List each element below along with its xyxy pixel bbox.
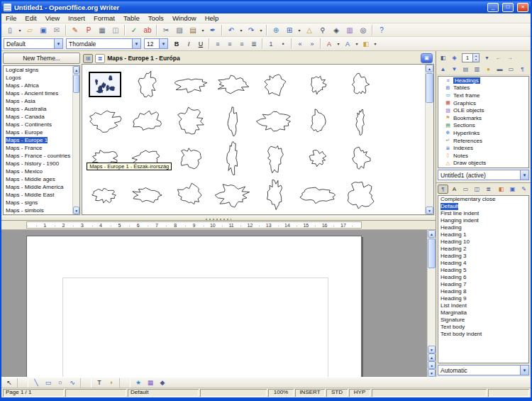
fontwork-button[interactable]: ★	[133, 378, 144, 388]
styles-filter-combo[interactable]: Automatic ▼	[438, 365, 529, 375]
gallery-item[interactable]	[84, 177, 126, 214]
gallery-scrollbar[interactable]: ▲ ▼	[425, 65, 433, 214]
theme-list-item[interactable]: Logical signs	[4, 66, 72, 74]
theme-list-item[interactable]: Maps - Continents	[4, 121, 72, 128]
update-style-button[interactable]: ✎	[519, 185, 529, 194]
select-button[interactable]: ↖	[4, 378, 15, 388]
new-style-button[interactable]: ▣	[507, 185, 518, 194]
scroll-down-icon[interactable]: ▼	[426, 207, 433, 214]
font-name-combo[interactable]: Thorndale ▼	[66, 38, 141, 49]
gallery-item[interactable]	[211, 140, 254, 177]
style-list-item[interactable]: Marginalia	[438, 309, 528, 317]
document-area[interactable]: ▲ ▼ ▲ ● ▼	[1, 230, 436, 377]
menu-item[interactable]: Table	[119, 13, 144, 23]
navigator-item-tables[interactable]: ⊞ Tables	[438, 84, 528, 92]
align-right-button[interactable]: ≡	[236, 38, 248, 50]
combo-arrow-icon[interactable]: ▼	[54, 39, 62, 48]
theme-list-item[interactable]: Logos	[4, 74, 72, 82]
next-page-icon[interactable]: ▼	[428, 369, 436, 377]
paragraph-style-combo[interactable]: Default ▼	[4, 38, 63, 49]
toggle-button[interactable]: ◧	[438, 53, 448, 62]
frame-styles-button[interactable]: ▭	[460, 185, 471, 194]
sepf4[interactable]	[320, 38, 321, 49]
combo-arrow-icon[interactable]: ▼	[132, 39, 140, 48]
gallery-item[interactable]	[211, 103, 254, 140]
status-insert-mode[interactable]: INSERT	[295, 389, 325, 397]
navigator-item-indexes[interactable]: ≣ Indexes	[438, 144, 528, 152]
print-button[interactable]: ▦	[96, 24, 109, 35]
previous-page-icon[interactable]: ▲	[428, 353, 436, 361]
demote-level-button[interactable]: →	[504, 53, 515, 62]
gallery-item[interactable]	[339, 66, 382, 103]
status-hyperlink-mode[interactable]: HYP	[349, 389, 370, 397]
hyperlink-button[interactable]: ⊕	[270, 24, 282, 35]
next-object-button[interactable]: ▼	[449, 65, 460, 74]
spin-down-icon[interactable]: ▾	[473, 57, 479, 62]
gallery-item[interactable]	[126, 103, 169, 140]
bold-button[interactable]: B	[171, 38, 182, 50]
undo-button[interactable]: ↶	[225, 24, 238, 35]
style-list-item[interactable]: Heading	[438, 224, 528, 231]
sep1[interactable]	[65, 25, 67, 35]
page-preview-button[interactable]: ◫	[109, 24, 122, 35]
style-list-item[interactable]: List Indent	[438, 302, 528, 309]
style-list-item[interactable]: Heading 8	[438, 288, 528, 295]
help-button[interactable]: ?	[375, 24, 388, 35]
italic-button[interactable]: I	[183, 38, 194, 50]
decrease-indent-button[interactable]: «	[294, 38, 306, 50]
theme-list-scrollbar[interactable]: ▲ ▼	[72, 66, 79, 214]
auto-spellcheck-button[interactable]: ab	[141, 24, 154, 35]
detach-gallery-button[interactable]: ▣	[421, 53, 433, 63]
sepf3[interactable]	[291, 38, 292, 49]
gallery-item[interactable]	[254, 177, 297, 214]
header-button[interactable]: ▬	[494, 65, 505, 74]
scroll-thumb[interactable]	[428, 238, 436, 268]
style-list-item[interactable]: Complementary close	[438, 196, 528, 203]
cut-button[interactable]: ✂	[160, 24, 172, 35]
theme-list-item[interactable]: Maps - France	[4, 144, 72, 152]
theme-list-item[interactable]: Maps - France - countries	[4, 152, 72, 160]
navigator-item-sections[interactable]: ▤ Sections	[438, 122, 528, 130]
spellcheck-button[interactable]: ✓	[128, 24, 140, 35]
footer-button[interactable]: ▭	[506, 65, 516, 74]
previous-object-button[interactable]: ▲	[438, 65, 448, 74]
combo-arrow-icon[interactable]: ▼	[159, 39, 167, 48]
theme-list-item[interactable]: Maps - signs	[4, 199, 72, 207]
edit-file-button[interactable]: ✎	[69, 24, 82, 35]
gallery-item[interactable]	[297, 66, 339, 103]
scroll-up-icon[interactable]: ▲	[428, 230, 436, 238]
status-zoom[interactable]: 100%	[268, 389, 294, 397]
style-list-item[interactable]: Default	[438, 203, 528, 210]
new-document-button[interactable]: ▯	[4, 24, 16, 35]
sep2[interactable]	[124, 25, 126, 35]
line-button[interactable]: ╲	[31, 378, 42, 388]
theme-list-item[interactable]: Maps - Europe	[4, 128, 72, 136]
gallery-item[interactable]	[254, 103, 297, 140]
paste-button[interactable]: ▤	[187, 24, 199, 35]
scroll-thumb[interactable]	[426, 73, 433, 103]
background-color-button[interactable]: ◧	[360, 38, 372, 50]
ellipse-button[interactable]: ○	[55, 378, 66, 388]
theme-list-item[interactable]: Maps - Middle East	[4, 191, 72, 199]
undo-dropdown[interactable]: ▾	[238, 24, 244, 35]
underline-button[interactable]: U	[195, 38, 206, 50]
justify-button[interactable]: ≣	[248, 38, 260, 50]
page-number-spinner[interactable]: 1 ▴ ▾	[462, 53, 480, 62]
new-theme-button[interactable]: New Theme...	[3, 53, 80, 64]
navigator-button[interactable]: ◈	[330, 24, 343, 35]
sepd1[interactable]	[17, 378, 28, 388]
scroll-thumb[interactable]	[73, 75, 79, 93]
paste-dropdown[interactable]: ▾	[200, 24, 206, 35]
table-dropdown[interactable]: ▾	[297, 24, 302, 35]
font-color-button[interactable]: A	[323, 38, 335, 50]
draw-functions-button[interactable]: △	[303, 24, 316, 35]
gallery-item[interactable]	[84, 103, 126, 140]
scroll-track[interactable]	[428, 269, 436, 346]
find-replace-button[interactable]: ⚲	[316, 24, 329, 35]
style-list-item[interactable]: Heading 5	[438, 267, 528, 274]
menu-item[interactable]: File	[1, 13, 21, 23]
menu-item[interactable]: Edit	[21, 13, 40, 23]
document-scrollbar[interactable]: ▲ ▼ ▲ ● ▼	[427, 230, 436, 377]
redo-button[interactable]: ↷	[245, 24, 257, 35]
new-dropdown[interactable]: ▾	[17, 24, 23, 35]
